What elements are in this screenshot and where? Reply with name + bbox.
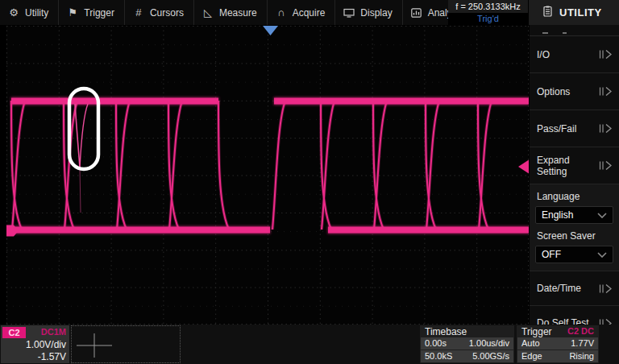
timebase-descriptor[interactable]: Timebase 0.00s 1.00us/div 50.0kS 5.00GS/… bbox=[420, 325, 514, 363]
sidebar-item-passfail[interactable]: Pass/Fail bbox=[530, 110, 619, 147]
trigger-position-marker bbox=[263, 26, 278, 35]
menu-utility-label: Utility bbox=[25, 7, 48, 19]
glitch-trace bbox=[75, 104, 88, 213]
submenu-arrow-icon bbox=[599, 50, 612, 59]
submenu-arrow-icon bbox=[599, 284, 612, 293]
channel-scale: 1.00V/div bbox=[26, 339, 66, 350]
menu-measure[interactable]: ◺ Measure bbox=[194, 0, 268, 25]
trigger-label: Trigger bbox=[521, 326, 552, 337]
screen-saver-select-value: OFF bbox=[542, 249, 561, 260]
channel-offset-value: -1.57V bbox=[38, 351, 66, 362]
sidebar-item-expand-setting[interactable]: Expand Setting bbox=[530, 147, 619, 184]
cursors-icon: # bbox=[133, 7, 144, 18]
timebase-rate: 5.00GS/s bbox=[472, 350, 509, 362]
sidebar-selects-section: Language English Screen Saver OFF bbox=[530, 184, 619, 271]
trigger-descriptor[interactable]: Trigger C2 DC Auto 1.77V Edge Rising bbox=[517, 325, 599, 363]
timebase-delay: 0.00s bbox=[425, 337, 447, 350]
menu-acquire[interactable]: ∩ Acquire bbox=[268, 0, 336, 25]
menu-trigger-label: Trigger bbox=[84, 7, 114, 19]
submenu-arrow-icon bbox=[599, 124, 612, 133]
waveform-display bbox=[6, 26, 529, 325]
display-icon bbox=[343, 8, 355, 18]
chevron-down-icon bbox=[597, 209, 607, 221]
trigger-mode: Auto bbox=[521, 337, 540, 350]
sidebar-title: UTILITY bbox=[559, 6, 602, 19]
clipboard-icon bbox=[543, 6, 552, 20]
menu-measure-label: Measure bbox=[219, 7, 257, 19]
analysis-icon bbox=[411, 8, 422, 18]
trigger-type: Edge bbox=[521, 350, 542, 362]
channel-coupling: DC1M bbox=[41, 327, 66, 337]
partial-menu-item[interactable] bbox=[530, 25, 619, 36]
sidebar-item-io-label: I/O bbox=[537, 49, 550, 60]
menu-cursors-label: Cursors bbox=[150, 7, 184, 19]
empty-channel-slot[interactable] bbox=[71, 325, 181, 363]
menu-utility[interactable]: ⚙ Utility bbox=[0, 0, 59, 25]
menu-trigger[interactable]: ⚑ Trigger bbox=[59, 0, 125, 25]
screen-saver-label: Screen Saver bbox=[535, 224, 613, 246]
screen-saver-select[interactable]: OFF bbox=[535, 246, 613, 263]
submenu-arrow-icon bbox=[599, 87, 612, 96]
language-select-value: English bbox=[542, 209, 573, 221]
status-bar: C2 DC1M 1.00V/div -1.57V Timebase 0.00s … bbox=[0, 325, 619, 364]
sidebar-header: UTILITY bbox=[529, 0, 619, 25]
measure-icon: ◺ bbox=[202, 7, 214, 18]
menu-display[interactable]: Display bbox=[335, 0, 402, 25]
timebase-label: Timebase bbox=[420, 325, 514, 337]
graticule bbox=[6, 26, 529, 325]
gear-icon: ⚙ bbox=[8, 7, 19, 18]
channel-c2-descriptor[interactable]: C2 DC1M 1.00V/div -1.57V bbox=[1, 325, 69, 363]
chevron-down-icon bbox=[597, 249, 607, 260]
trigger-slope: Rising bbox=[569, 350, 594, 362]
trigger-state-label: Trig'd bbox=[448, 13, 528, 24]
language-label: Language bbox=[535, 188, 613, 206]
flag-icon: ⚑ bbox=[67, 7, 78, 18]
menu-display-label: Display bbox=[360, 7, 392, 19]
frequency-readout: f = 250.3133kHz Trig'd bbox=[448, 0, 528, 25]
acquire-icon: ∩ bbox=[276, 7, 287, 18]
timebase-scale: 1.00us/div bbox=[469, 337, 509, 350]
sidebar-item-options-label: Options bbox=[537, 86, 570, 97]
sidebar-item-datetime-label: Date/Time bbox=[537, 283, 581, 294]
sidebar-item-datetime[interactable]: Date/Time bbox=[530, 271, 619, 306]
utility-menu-panel: I/O Options Pass/Fail Expand Setting Lan bbox=[529, 25, 619, 325]
frequency-value: f = 250.3133kHz bbox=[448, 0, 528, 13]
sidebar-item-passfail-label: Pass/Fail bbox=[537, 123, 576, 134]
submenu-arrow-icon bbox=[599, 161, 612, 170]
oscilloscope-screen: ⚙ Utility ⚑ Trigger # Cursors ◺ Measure … bbox=[0, 0, 619, 364]
trigger-source: C2 DC bbox=[567, 326, 594, 337]
language-select[interactable]: English bbox=[535, 206, 613, 224]
sidebar-item-expand-setting-label: Expand Setting bbox=[537, 155, 599, 177]
menu-cursors[interactable]: # Cursors bbox=[125, 0, 194, 25]
sidebar-item-io[interactable]: I/O bbox=[530, 36, 619, 73]
trigger-level: 1.77V bbox=[571, 337, 594, 350]
sidebar-item-options[interactable]: Options bbox=[530, 73, 619, 110]
menu-acquire-label: Acquire bbox=[293, 7, 326, 19]
timebase-samples: 50.0kS bbox=[425, 350, 452, 362]
channel-badge: C2 bbox=[2, 327, 26, 338]
trigger-level-marker bbox=[518, 160, 529, 174]
menu-bar: ⚙ Utility ⚑ Trigger # Cursors ◺ Measure … bbox=[0, 0, 448, 25]
